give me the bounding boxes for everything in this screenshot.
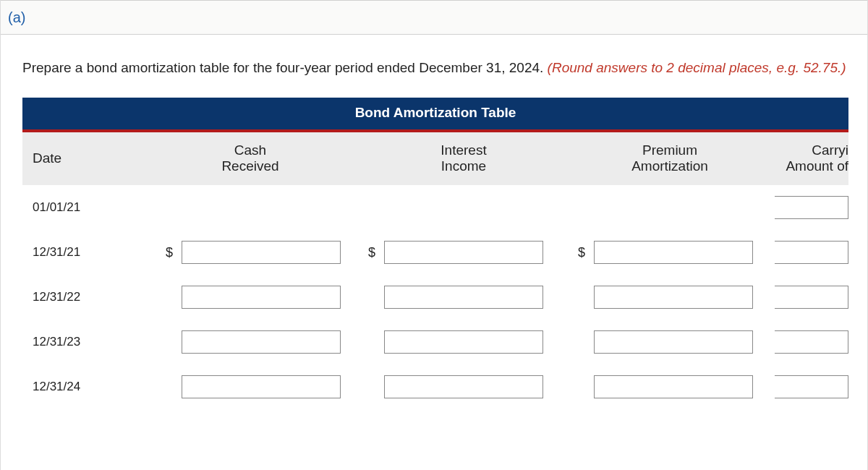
table-row: 12/31/23 [22,320,848,364]
instruction-hint: (Round answers to 2 decimal places, e.g.… [548,60,846,75]
header-date: Date [22,150,138,167]
premium-amortization-input[interactable] [594,241,753,264]
col-prem-cell: $ [565,241,775,264]
table-row: 12/31/24 [22,364,848,409]
header-interest-l2: Income [362,158,565,175]
col-int-cell [362,330,565,354]
date-cell: 12/31/21 [22,245,138,260]
header-premium-l2: Amortization [565,158,775,175]
header-premium: Premium Amortization [565,142,775,176]
instruction-text: Prepare a bond amortization table for th… [22,58,848,79]
header-interest: Interest Income [362,142,565,176]
carrying-amount-input[interactable] [775,286,848,309]
carrying-amount-input[interactable] [775,375,848,398]
col-carry-cell: $ [775,196,848,219]
header-cash-l1: Cash [138,142,362,159]
header-carry-l1: Carryi [775,142,848,159]
table-row: 01/01/21$ [22,185,848,230]
cash-received-input[interactable] [182,241,341,264]
dollar-sign: $ [166,245,179,260]
col-prem-cell [565,375,775,398]
carrying-amount-input[interactable] [775,330,848,354]
cash-received-input[interactable] [182,286,341,309]
col-carry-cell [775,375,848,398]
carrying-amount-input[interactable] [775,196,848,219]
col-cash-cell [138,286,362,309]
table-header-row: Date Cash Received Interest Income Premi… [22,132,848,186]
col-carry-cell [775,330,848,354]
col-int-cell: $ [362,241,565,264]
instruction-main: Prepare a bond amortization table for th… [22,60,548,75]
interest-income-input[interactable] [384,241,543,264]
question-content: Prepare a bond amortization table for th… [1,35,867,427]
interest-income-input[interactable] [384,286,543,309]
col-int-cell [362,286,565,309]
table-row: 12/31/22 [22,275,848,320]
carrying-amount-input[interactable] [775,241,848,264]
col-cash-cell [138,375,362,398]
date-cell: 12/31/23 [22,335,138,349]
header-cash-l2: Received [138,158,362,175]
interest-income-input[interactable] [384,375,543,398]
header-cash: Cash Received [138,142,362,176]
premium-amortization-input[interactable] [594,286,753,309]
col-prem-cell [565,330,775,354]
table-title: Bond Amortization Table [22,98,848,132]
dollar-sign: $ [578,245,591,260]
col-int-cell [362,375,565,398]
col-cash-cell [138,330,362,354]
date-cell: 12/31/22 [22,290,138,304]
table-row: 12/31/21$$$$ [22,230,848,275]
premium-amortization-input[interactable] [594,330,753,354]
interest-income-input[interactable] [384,330,543,354]
dollar-sign: $ [368,245,381,260]
header-interest-l1: Interest [362,142,565,159]
header-carry-l2: Amount of [775,158,848,175]
col-cash-cell: $ [138,241,362,264]
header-carrying: Carryi Amount of [775,142,848,176]
col-carry-cell [775,286,848,309]
part-a-tab[interactable]: (a) [7,4,27,34]
cash-received-input[interactable] [182,330,341,354]
date-cell: 01/01/21 [22,200,138,215]
part-tab-strip: (a) [1,0,867,35]
col-prem-cell [565,286,775,309]
cash-received-input[interactable] [182,375,341,398]
col-carry-cell: $ [775,241,848,264]
premium-amortization-input[interactable] [594,375,753,398]
header-premium-l1: Premium [565,142,775,159]
date-cell: 12/31/24 [22,380,138,394]
amortization-table: Bond Amortization Table Date Cash Receiv… [22,98,848,410]
